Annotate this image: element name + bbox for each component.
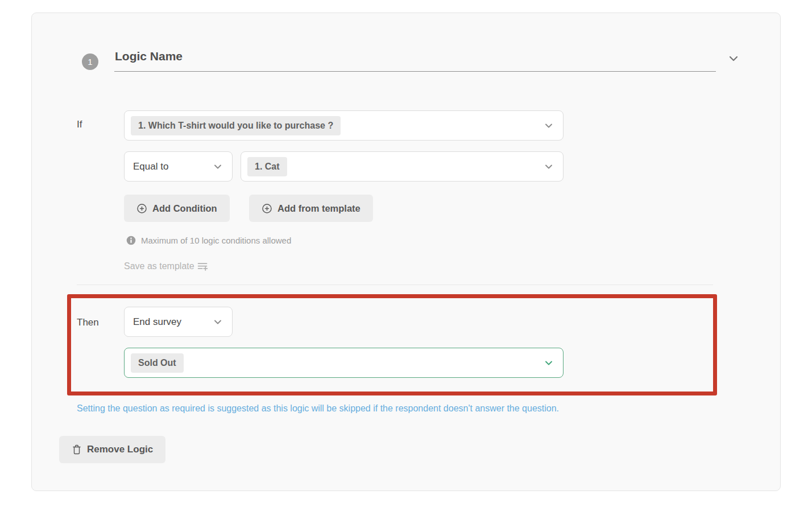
add-from-template-label: Add from template: [277, 203, 361, 214]
save-as-template-label: Save as template: [124, 261, 194, 271]
info-icon: [126, 236, 136, 245]
playlist-add-icon: [197, 260, 209, 272]
chevron-down-icon: [543, 161, 554, 172]
remove-logic-label: Remove Logic: [87, 444, 153, 455]
collapse-chevron-icon[interactable]: [727, 52, 740, 65]
then-label: Then: [77, 317, 99, 328]
max-conditions-text: Maximum of 10 logic conditions allowed: [141, 236, 291, 245]
logic-index-badge: 1: [82, 53, 98, 70]
logic-rule-card: 1 If 1. Which T-shirt would you like to …: [31, 13, 781, 491]
end-page-dropdown[interactable]: Sold Out: [124, 348, 564, 378]
chevron-down-icon: [543, 357, 554, 369]
logic-name-field: [114, 48, 716, 72]
add-from-template-button[interactable]: Add from template: [249, 195, 373, 222]
operator-value: Equal to: [133, 161, 168, 172]
operator-dropdown[interactable]: Equal to: [124, 151, 233, 182]
required-question-note: Setting the question as required is sugg…: [77, 403, 702, 414]
selected-question-chip: 1. Which T-shirt would you like to purch…: [131, 116, 341, 135]
selected-answer-chip: 1. Cat: [247, 157, 287, 176]
add-condition-button[interactable]: Add Condition: [124, 195, 230, 222]
answer-dropdown[interactable]: 1. Cat: [241, 151, 564, 182]
then-action-value: End survey: [133, 316, 181, 328]
trash-icon: [72, 444, 82, 455]
if-label: If: [77, 119, 82, 130]
selected-end-page-chip: Sold Out: [131, 353, 184, 373]
plus-circle-icon: [262, 203, 272, 214]
remove-logic-button[interactable]: Remove Logic: [59, 436, 165, 463]
section-divider: [77, 285, 713, 285]
chevron-down-icon: [543, 120, 554, 131]
chevron-down-icon: [212, 161, 223, 172]
chevron-down-icon: [212, 316, 223, 328]
logic-name-input[interactable]: [114, 48, 716, 72]
question-dropdown[interactable]: 1. Which T-shirt would you like to purch…: [124, 110, 564, 141]
add-condition-label: Add Condition: [152, 203, 217, 214]
max-conditions-info: Maximum of 10 logic conditions allowed: [126, 236, 291, 245]
plus-circle-icon: [136, 203, 147, 214]
save-as-template-link[interactable]: Save as template: [124, 260, 209, 272]
then-action-dropdown[interactable]: End survey: [124, 307, 233, 337]
